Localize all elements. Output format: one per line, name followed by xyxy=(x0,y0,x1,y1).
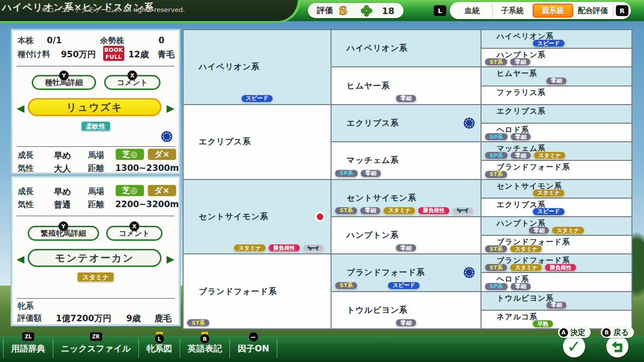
badge-row: スタミナ xyxy=(485,189,628,197)
aptitude-badge: ST系 xyxy=(335,207,358,215)
prev-mare-arrow[interactable]: ◀ xyxy=(17,253,24,265)
lineage-cell[interactable]: ブランドフォード系ST系スピード xyxy=(332,254,481,292)
footer-item-用語辞典[interactable]: ZL用語辞典 xyxy=(3,339,53,358)
lineage-cell[interactable]: ヘロド系SP系零細 xyxy=(481,124,632,142)
footer-item-label: 因子ON xyxy=(237,343,269,354)
aptitude-badge: SP系 xyxy=(485,283,508,291)
footer-item-因子ON[interactable]: −因子ON xyxy=(230,339,277,358)
mare-comment-button[interactable]: X コメント xyxy=(106,226,163,241)
lineage-cell[interactable]: セントサイモン系スタミナ勝負根性 xyxy=(184,180,332,255)
lineage-cell[interactable]: ハイペリオン系スピード xyxy=(481,30,632,49)
footer-item-ニックスファイル[interactable]: ZRニックスファイル xyxy=(53,339,139,358)
aptitude-badge: 勝負根性 xyxy=(544,263,577,272)
lineage-cell[interactable]: ヘロド系SP系零細 xyxy=(481,273,632,292)
aptitude-badge: SP系 xyxy=(485,151,508,159)
tab-配合評価[interactable]: 配合評価 xyxy=(573,4,613,18)
lineage-cell[interactable]: エクリプス系 xyxy=(481,105,632,124)
confirm-button-group[interactable]: A 決定 ✓ xyxy=(552,327,596,357)
growth-label: 成長 xyxy=(18,187,34,197)
aptitude-badge: 勝負根性 xyxy=(418,207,450,215)
confirm-pill: A 決定 xyxy=(558,327,591,338)
spare-stock-value: 0 xyxy=(158,35,165,45)
lineage-cell[interactable]: ハイペリオン系 xyxy=(332,30,481,67)
tab-bar: 血統子系統親系統配合評価 R xyxy=(450,2,631,19)
shoulder-l-button[interactable]: L xyxy=(434,5,446,16)
lineage-cell[interactable]: ハイペリオン系スピード xyxy=(184,30,332,105)
evaluation-label: 評価 xyxy=(317,6,333,16)
badge-row: ST系零細 xyxy=(485,58,628,66)
lineage-cell[interactable]: エクリプス系 xyxy=(184,105,332,180)
divider xyxy=(17,66,175,66)
aptitude-badge: 零細 xyxy=(510,151,531,159)
own-stock-value: 0/1 xyxy=(47,35,62,45)
lineage-cell[interactable]: ファラリス系 xyxy=(481,86,632,105)
lineage-name: ハイペリオン系 xyxy=(347,43,408,54)
mare-detail-button[interactable]: Y 繁殖牝馬詳細 xyxy=(28,226,99,241)
aptitude-badge: スタミナ xyxy=(233,244,266,252)
next-mare-arrow[interactable]: ▶ xyxy=(167,253,174,265)
lineage-cell[interactable]: セントサイモン系ST系零細スタミナ勝負根性 xyxy=(332,180,481,217)
badge-row: スタミナ勝負根性 xyxy=(187,244,328,252)
footer-item-英語表記[interactable]: R英語表記 xyxy=(180,339,230,358)
tab-子系統[interactable]: 子系統 xyxy=(493,4,533,18)
lineage-cell[interactable]: ヒムヤー系零細 xyxy=(481,67,632,86)
lineage-name: マッチェム系 xyxy=(347,155,399,166)
lineage-cell[interactable]: トウルビヨン系零細 xyxy=(481,292,632,311)
stallion-trait-row: 柔軟性 xyxy=(13,121,179,131)
check-icon: ✓ xyxy=(567,338,582,355)
return-icon xyxy=(611,340,624,353)
horse-icon xyxy=(452,207,474,215)
lineage-cell[interactable]: マッチェム系SP系零細 xyxy=(332,142,481,179)
back-button-group[interactable]: B 戻る xyxy=(596,327,639,357)
copyright-text: ©コーエーテクモゲームス All rights reserved. xyxy=(41,6,185,15)
lineage-name: セントサイモン系 xyxy=(199,211,269,222)
back-pill: B 戻る xyxy=(601,327,633,338)
zl-button-icon: ZL xyxy=(22,332,35,341)
track-label: 馬場 xyxy=(88,187,104,197)
lineage-cell[interactable]: トウルビヨン系零細 xyxy=(332,292,481,329)
lineage-cell[interactable]: マッチェム系SP系零細スタミナ xyxy=(481,142,632,161)
tab-血統[interactable]: 血統 xyxy=(452,4,493,18)
mare-name-pill[interactable]: モンテオーカン xyxy=(28,249,162,267)
parent-lineage-tree: ハイペリオン系スピードエクリプス系セントサイモン系スタミナ勝負根性ブランドフォー… xyxy=(183,29,633,329)
own-stock-label: 本株 xyxy=(18,36,34,46)
lineage-cell[interactable]: セントサイモン系スタミナ xyxy=(481,180,632,199)
lineage-cell[interactable]: ハンプトン系零細 xyxy=(332,217,481,254)
aptitude-badge: ST系 xyxy=(485,58,508,66)
aptitude-badge: スタミナ xyxy=(532,189,565,197)
aptitude-badge: ST系 xyxy=(187,319,210,327)
stallion-comment-button[interactable]: X コメント xyxy=(104,75,160,90)
prev-stallion-arrow[interactable]: ◀ xyxy=(17,102,24,114)
back-circle[interactable] xyxy=(606,335,628,357)
badge-row: 零細スタミナ xyxy=(485,226,628,234)
lineage-name: トウルビヨン系 xyxy=(347,305,408,315)
lineage-cell[interactable]: ブランドフォード系ST系スタミナ勝負根性 xyxy=(481,254,632,273)
footer-item-牝系図[interactable]: L牝系図 xyxy=(139,339,180,358)
aptitude-badge: 零細 xyxy=(395,244,417,252)
shoulder-r-button[interactable]: R xyxy=(616,5,628,16)
lineage-cell[interactable]: ブランドフォード系ST系スタミナ xyxy=(481,236,632,254)
badge-row: ST系スタミナ xyxy=(485,245,628,253)
lineage-cell[interactable]: ハンプトン系ST系零細 xyxy=(481,49,632,67)
lineage-cell[interactable]: ブランドフォード系ST系 xyxy=(481,161,632,179)
tab-親系統[interactable]: 親系統 xyxy=(533,4,573,18)
aptitude-badge: SP系 xyxy=(485,133,508,141)
next-stallion-arrow[interactable]: ▶ xyxy=(167,102,174,114)
lineage-cell[interactable]: エクリプス系スピード xyxy=(481,199,632,217)
badge-row: スピード xyxy=(485,208,628,216)
stallion-detail-button[interactable]: Y 種牡馬詳細 xyxy=(32,75,96,90)
zr-button-icon: ZR xyxy=(90,332,103,341)
divider xyxy=(17,216,175,216)
lineage-name: エクリプス系 xyxy=(347,118,399,128)
badge-row: 零細 xyxy=(335,319,477,327)
l-stick-icon: L xyxy=(154,332,165,344)
lineage-column-3: ハイペリオン系スピードハンプトン系ST系零細ヒムヤー系零細ファラリス系エクリプス… xyxy=(481,30,632,329)
lineage-cell[interactable]: ブランドフォード系ST系 xyxy=(184,254,332,329)
lineage-cell[interactable]: ヒムヤー系零細 xyxy=(332,67,481,105)
lineage-cell[interactable]: ハンプトン系零細スタミナ xyxy=(481,217,632,236)
lineage-cell[interactable]: エクリプス系 xyxy=(332,105,481,142)
stallion-name-pill[interactable]: リュウズキ xyxy=(28,98,162,116)
confirm-circle[interactable]: ✓ xyxy=(563,335,585,357)
eu-icon xyxy=(463,266,475,279)
aptitude-badge: ST系 xyxy=(485,263,508,272)
